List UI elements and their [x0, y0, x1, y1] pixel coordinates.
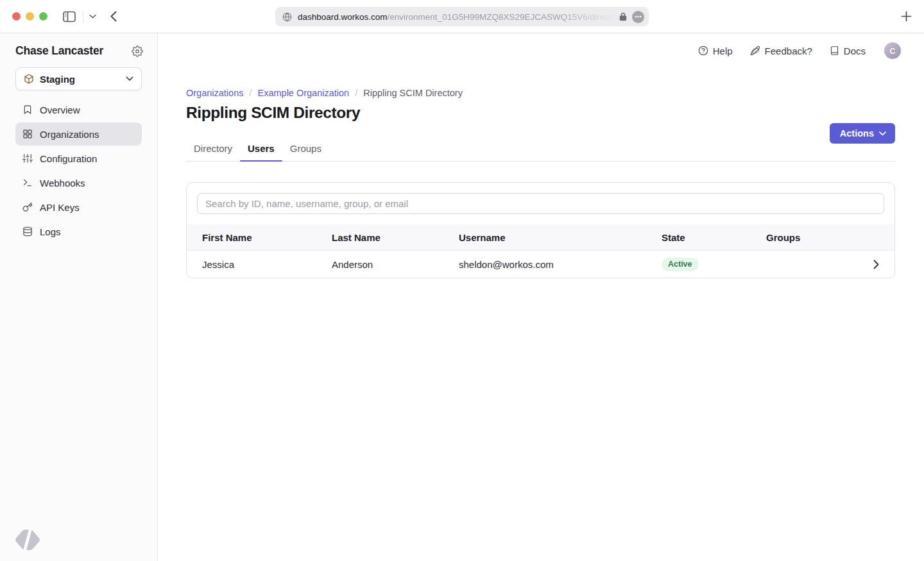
globe-icon: [282, 12, 292, 22]
sidebar: Chase Lancaster Staging Overview Organiz…: [0, 33, 158, 561]
terminal-icon: [22, 178, 33, 188]
sidebar-item-label: API Keys: [40, 202, 80, 213]
cube-icon: [24, 74, 34, 84]
sidebar-item-label: Organizations: [40, 129, 99, 140]
breadcrumb-separator: /: [349, 88, 363, 98]
column-last-name: Last Name: [332, 232, 459, 243]
sidebar-nav: Overview Organizations Configuration Web…: [15, 98, 142, 243]
column-state: State: [662, 232, 766, 243]
column-first-name: First Name: [202, 232, 332, 243]
back-icon[interactable]: [110, 11, 117, 22]
tab-bar: Directory Users Groups: [186, 139, 895, 162]
utility-bar: Help Feedback? Docs C: [158, 33, 924, 59]
pen-icon: [750, 46, 760, 56]
feedback-label: Feedback?: [765, 46, 812, 56]
cell-username: sheldon@workos.com: [459, 259, 662, 270]
cell-first-name: Jessica: [202, 259, 332, 270]
breadcrumb-separator: /: [243, 88, 257, 98]
sidebar-item-api-keys[interactable]: API Keys: [15, 196, 142, 219]
environment-label: Staging: [40, 74, 120, 85]
chevron-down-icon: [126, 76, 133, 81]
zoom-window-button[interactable]: [39, 12, 47, 21]
sidebar-item-label: Configuration: [40, 153, 97, 164]
column-username: Username: [459, 232, 662, 243]
main-content: Help Feedback? Docs C Organizations / Ex…: [158, 33, 924, 561]
bookmark-icon: [22, 105, 33, 115]
sidebar-toggle-icon[interactable]: [63, 11, 76, 22]
feedback-link[interactable]: Feedback?: [750, 46, 812, 56]
sidebar-item-logs[interactable]: Logs: [15, 220, 142, 243]
page-title: Rippling SCIM Directory: [186, 105, 895, 121]
docs-label: Docs: [844, 46, 866, 56]
help-label: Help: [713, 46, 733, 56]
url-text: dashboard.workos.com/environment_01G5H99…: [298, 12, 614, 22]
tab-users[interactable]: Users: [240, 139, 282, 161]
url-host: dashboard.workos.com: [298, 12, 388, 22]
tab-groups[interactable]: Groups: [282, 139, 329, 161]
table-row[interactable]: Jessica Anderson sheldon@workos.com Acti…: [187, 250, 894, 278]
workos-logo: [13, 527, 42, 553]
actions-button[interactable]: Actions: [830, 123, 895, 144]
tab-directory[interactable]: Directory: [186, 139, 240, 161]
help-icon: [698, 46, 708, 56]
chevron-right-icon: [873, 260, 879, 269]
actions-label: Actions: [840, 128, 874, 138]
window-controls: [12, 12, 47, 21]
page-settings-icon[interactable]: [632, 11, 644, 23]
book-icon: [830, 46, 839, 56]
environment-selector[interactable]: Staging: [15, 67, 142, 90]
breadcrumb-organizations[interactable]: Organizations: [186, 88, 243, 98]
sidebar-item-label: Logs: [40, 226, 61, 237]
toolbar-divider: [83, 11, 83, 22]
status-badge: Active: [662, 258, 699, 271]
breadcrumb: Organizations / Example Organization / R…: [186, 88, 895, 98]
breadcrumb-current: Rippling SCIM Directory: [363, 88, 463, 98]
avatar[interactable]: C: [884, 42, 901, 59]
sidebar-item-webhooks[interactable]: Webhooks: [15, 171, 142, 194]
table-header: First Name Last Name Username State Grou…: [187, 224, 894, 250]
grid-icon: [22, 129, 33, 139]
browser-toolbar: dashboard.workos.com/environment_01G5H99…: [0, 0, 924, 33]
account-name: Chase Lancaster: [15, 44, 103, 58]
close-window-button[interactable]: [12, 12, 21, 21]
docs-link[interactable]: Docs: [830, 46, 866, 56]
sliders-icon: [22, 153, 33, 163]
chevron-down-icon: [879, 131, 886, 136]
sidebar-item-label: Webhooks: [40, 178, 85, 188]
key-icon: [22, 202, 33, 212]
cell-last-name: Anderson: [332, 259, 459, 270]
search-input[interactable]: [197, 193, 884, 214]
sidebar-item-configuration[interactable]: Configuration: [15, 147, 142, 170]
help-link[interactable]: Help: [698, 46, 733, 56]
breadcrumb-example-organization[interactable]: Example Organization: [258, 88, 350, 98]
address-bar[interactable]: dashboard.workos.com/environment_01G5H99…: [275, 7, 649, 26]
new-tab-icon[interactable]: [901, 11, 912, 22]
sidebar-item-label: Overview: [40, 105, 80, 115]
database-icon: [22, 226, 33, 237]
lock-icon: [619, 12, 627, 21]
gear-icon[interactable]: [132, 46, 143, 57]
column-groups: Groups: [766, 232, 862, 243]
chevron-down-icon[interactable]: [89, 14, 96, 19]
sidebar-item-overview[interactable]: Overview: [15, 98, 142, 121]
sidebar-item-organizations[interactable]: Organizations: [15, 122, 142, 146]
url-path: /environment_01G5H99MZQ8XS29EJCASWQ15V6/…: [388, 12, 614, 22]
users-card: First Name Last Name Username State Grou…: [186, 182, 895, 278]
minimize-window-button[interactable]: [26, 12, 34, 21]
